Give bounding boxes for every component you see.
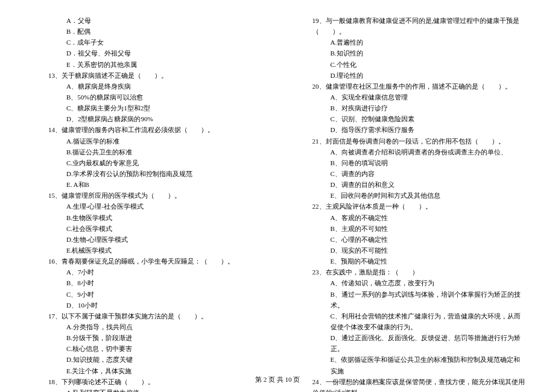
q16-option-d: D、10小时 bbox=[30, 300, 261, 311]
page-footer: 第 2 页 共 10 页 bbox=[0, 374, 555, 385]
q15-option-b: B.生物医学模式 bbox=[30, 212, 261, 223]
q23-option-d: D、通过正面强化、反面强化、反馈促进、惩罚等措施进行行为矫正。 bbox=[294, 332, 525, 354]
q16-stem: 16、青春期要保证充足的睡眠，小学生每天应睡足：（ ）。 bbox=[30, 256, 261, 267]
q13-option-a: A、糖尿病是终身疾病 bbox=[30, 81, 261, 92]
q16-option-b: B、8小时 bbox=[30, 277, 261, 288]
q12-option-b: B．配偶 bbox=[30, 26, 261, 37]
q14-option-d: D.学术界没有公认的预防和控制指南及规范 bbox=[30, 168, 261, 179]
q15-option-a: A.生理-心理-社会医学模式 bbox=[30, 201, 261, 212]
q22-option-c: C、心理的不确定性 bbox=[294, 234, 525, 245]
q15-option-e: E.机械医学模式 bbox=[30, 245, 261, 256]
q19-option-b: B.知识性的 bbox=[294, 48, 525, 58]
q17-stem: 17、以下不属于健康干预群体实施方法的是（ ）。 bbox=[30, 311, 261, 321]
q21-stem: 21、封面信是每份调查问卷的一段话，它的作用不包括（ ）。 bbox=[294, 136, 525, 147]
q18-option-a: A.队列研究不易发生偏倚 bbox=[30, 387, 261, 392]
q16-option-c: C、9小时 bbox=[30, 289, 261, 300]
q22-option-e: E、预期的不确定性 bbox=[294, 256, 525, 267]
q23-option-a: A、传递知识，确立态度，改变行为 bbox=[294, 277, 525, 288]
q12-option-d: D．祖父母、外祖父母 bbox=[30, 48, 261, 58]
q21-option-e: E、回收问卷的时间和方式及其他信息 bbox=[294, 190, 525, 201]
left-column: A．父母 B．配偶 C．成年子女 D．祖父母、外祖父母 E．关系密切的其他亲属 … bbox=[30, 15, 261, 392]
q12-option-c: C．成年子女 bbox=[30, 37, 261, 48]
q20-option-b: B、对疾病进行诊疗 bbox=[294, 103, 525, 113]
q23-option-b: B、通过一系列的参与式训练与体验，培训个体掌握行为矫正的技术。 bbox=[294, 289, 525, 311]
q22-option-b: B、主观的不可知性 bbox=[294, 223, 525, 234]
q17-option-a: A.分类指导，找共同点 bbox=[30, 321, 261, 332]
q21-option-c: C、调查的内容 bbox=[294, 168, 525, 179]
q14-option-e: E. A和B bbox=[30, 179, 261, 190]
q21-option-a: A、向被调查者介绍和说明调查者的身份或调查主办的单位、 bbox=[294, 147, 525, 157]
q20-option-c: C、识别、控制健康危险因素 bbox=[294, 113, 525, 124]
q19-option-d: D.理论性的 bbox=[294, 70, 525, 81]
q21-option-d: D、调查的目的和意义 bbox=[294, 179, 525, 190]
q17-option-c: C.核心信息，切中要害 bbox=[30, 343, 261, 354]
q17-option-d: D.知识技能，态度关键 bbox=[30, 354, 261, 365]
q19-option-c: C.个性化 bbox=[294, 59, 525, 70]
q13-option-c: C、糖尿病主要分为1型和2型 bbox=[30, 103, 261, 113]
q19-option-a: A.普遍性的 bbox=[294, 37, 525, 48]
q16-option-a: A、7小时 bbox=[30, 267, 261, 277]
q15-option-c: C.社会医学模式 bbox=[30, 223, 261, 234]
q13-stem: 13、关于糖尿病描述不正确是（ ）。 bbox=[30, 70, 261, 81]
right-column: 19、与一般健康教育和健康促进不同的是,健康管理过程中的健康干预是（ ）。 A.… bbox=[294, 15, 525, 392]
q23-option-c: C、利用社会营销的技术推广健康行为，营造健康的大环境，从而促使个体改变不健康的行… bbox=[294, 311, 525, 332]
q12-option-e: E．关系密切的其他亲属 bbox=[30, 59, 261, 70]
q20-stem: 20、健康管理在社区卫生服务中的作用，描述不正确的是（ ）。 bbox=[294, 81, 525, 92]
q22-option-d: D、现实的不可能性 bbox=[294, 245, 525, 256]
q21-option-b: B、问卷的填写说明 bbox=[294, 157, 525, 168]
q13-option-d: D、2型糖尿病占糖尿病的90% bbox=[30, 113, 261, 124]
q14-option-b: B.循证公共卫生的标准 bbox=[30, 147, 261, 157]
q23-stem: 23、在实践中，激励是指：（ ） bbox=[294, 267, 525, 277]
q20-option-a: A、实现全程健康信息管理 bbox=[294, 92, 525, 103]
q22-option-a: A、客观的不确定性 bbox=[294, 212, 525, 223]
q13-option-b: B、50%的糖尿病可以治愈 bbox=[30, 92, 261, 103]
q14-option-a: A.循证医学的标准 bbox=[30, 136, 261, 147]
q19-stem: 19、与一般健康教育和健康促进不同的是,健康管理过程中的健康干预是（ ）。 bbox=[294, 15, 525, 37]
page-columns: A．父母 B．配偶 C．成年子女 D．祖父母、外祖父母 E．关系密切的其他亲属 … bbox=[30, 15, 525, 392]
q17-option-b: B.分级干预，阶段渐进 bbox=[30, 332, 261, 343]
q12-option-a: A．父母 bbox=[30, 15, 261, 26]
q22-stem: 22、主观风险评估本质是一种（ ）。 bbox=[294, 201, 525, 212]
q14-stem: 14、健康管理的服务内容和工作流程必须依据（ ）。 bbox=[30, 124, 261, 135]
q23-option-e: E、依据循证医学和循证公共卫生的标准预防和控制及规范确定和实施 bbox=[294, 354, 525, 376]
q15-option-d: D.生物-心理医学模式 bbox=[30, 234, 261, 245]
q15-stem: 15、健康管理所应用的医学模式为（ ）。 bbox=[30, 190, 261, 201]
q20-option-d: D、指导医疗需求和医疗服务 bbox=[294, 124, 525, 135]
q14-option-c: C.业内最权威的专家意见 bbox=[30, 157, 261, 168]
